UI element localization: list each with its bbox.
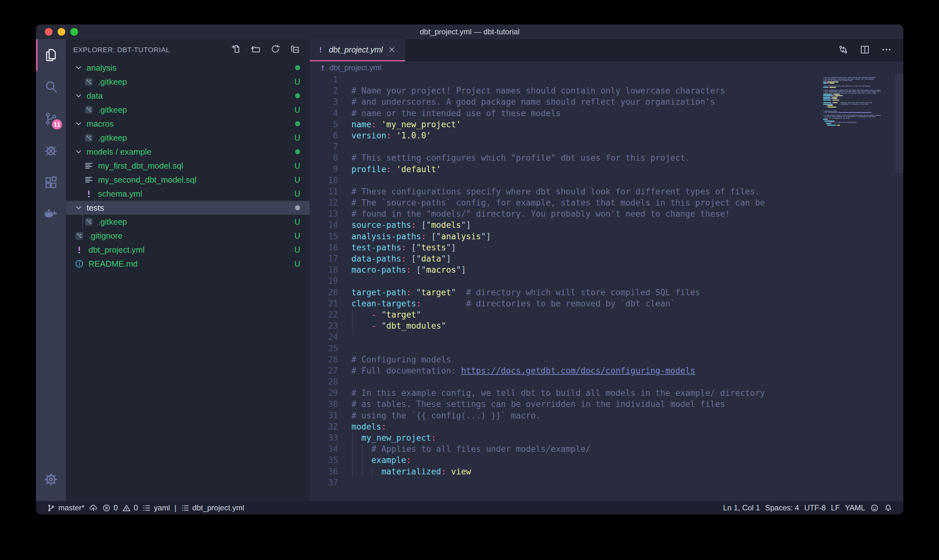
code-line: 28 bbox=[310, 376, 904, 388]
tree-folder-macros[interactable]: macros bbox=[66, 117, 310, 131]
open-changes-button[interactable] bbox=[838, 44, 848, 56]
window-title: dbt_project.yml — dbt-tutorial bbox=[420, 28, 519, 36]
code-editor[interactable]: 12# Name your project! Project names sho… bbox=[310, 74, 904, 501]
status-item-outline-file[interactable]: dbt_project.yml bbox=[181, 503, 244, 512]
close-window-button[interactable] bbox=[45, 28, 52, 35]
tree-item-label: schema.yml bbox=[98, 189, 142, 199]
status-item-feedback[interactable] bbox=[870, 504, 879, 512]
status-item-label: UTF-8 bbox=[804, 503, 826, 512]
tree-folder-tests[interactable]: tests bbox=[66, 201, 310, 215]
status-item-label: | bbox=[174, 503, 176, 512]
code-line: 23 - "dbt_modules" bbox=[310, 320, 904, 332]
minimap[interactable] bbox=[823, 76, 894, 127]
bell-icon bbox=[884, 504, 893, 512]
collapse-all-button[interactable] bbox=[290, 44, 300, 56]
tree-file-my-second-dbt-model-sql[interactable]: my_second_dbt_model.sqlU bbox=[66, 173, 310, 187]
tree-item-label: macros bbox=[86, 119, 114, 129]
new-file-button[interactable] bbox=[231, 44, 241, 56]
status-item-label: yaml bbox=[154, 503, 170, 512]
gear-icon bbox=[44, 472, 58, 487]
activity-item-source-control[interactable]: 11 bbox=[36, 103, 66, 135]
status-item-errors[interactable]: 0 bbox=[102, 503, 118, 512]
status-item-cursor-position[interactable]: Ln 1, Col 1 bbox=[723, 503, 760, 512]
tree-file-schema-yml[interactable]: schema.ymlU bbox=[66, 187, 310, 201]
code-line: 11# These configurations specify where d… bbox=[310, 186, 904, 197]
tree-file-readme-md[interactable]: README.mdU bbox=[66, 257, 310, 271]
tree-file--gitignore[interactable]: .gitignoreU bbox=[66, 229, 310, 243]
line-number: 27 bbox=[310, 365, 338, 376]
code-line: 37 bbox=[310, 477, 904, 488]
line-number: 10 bbox=[310, 175, 338, 186]
activity-item-explorer[interactable] bbox=[36, 39, 66, 71]
code-line: 21clean-targets: # directories to be rem… bbox=[310, 298, 904, 309]
explorer-actions bbox=[231, 44, 300, 56]
line-number: 25 bbox=[310, 343, 338, 354]
status-item-notifications[interactable] bbox=[884, 504, 893, 512]
new-folder-icon bbox=[251, 44, 261, 54]
folder-modified-dot bbox=[295, 93, 300, 98]
extensions-icon bbox=[44, 175, 58, 190]
breadcrumb[interactable]: dbt_project.yml bbox=[310, 62, 904, 74]
tree-file--gitkeep[interactable]: .gitkeepU bbox=[66, 75, 310, 89]
sql-file-icon bbox=[84, 161, 94, 171]
activity-item-docker[interactable] bbox=[36, 198, 66, 230]
indent-guide bbox=[352, 455, 353, 466]
editor-scrollbar[interactable] bbox=[895, 74, 904, 173]
status-item-label: dbt_project.yml bbox=[192, 503, 244, 512]
line-number: 29 bbox=[310, 388, 338, 399]
tree-item-label: data bbox=[86, 91, 103, 101]
tree-folder-models-example[interactable]: models / example bbox=[66, 145, 310, 159]
tree-file-dbt-project-yml[interactable]: dbt_project.ymlU bbox=[66, 243, 310, 257]
status-item-warnings[interactable]: 0 bbox=[122, 503, 138, 512]
zoom-window-button[interactable] bbox=[70, 28, 78, 35]
status-item-outline-yaml[interactable]: yaml bbox=[142, 503, 170, 512]
code-line: 32models: bbox=[310, 421, 904, 432]
activity-item-search[interactable] bbox=[36, 71, 66, 103]
status-item-label: YAML bbox=[845, 503, 865, 512]
line-number: 18 bbox=[310, 265, 338, 275]
code-line: 26# Configuring models bbox=[310, 354, 904, 365]
git-icon bbox=[84, 105, 94, 115]
code-line: 22 - "target" bbox=[310, 309, 904, 320]
refresh-button[interactable] bbox=[270, 44, 280, 56]
activity-item-debug[interactable] bbox=[36, 135, 66, 166]
new-folder-button[interactable] bbox=[251, 44, 261, 56]
tree-file-my-first-dbt-model-sql[interactable]: my_first_dbt_model.sqlU bbox=[66, 159, 310, 173]
code-line: 34 # Applies to all files under models/e… bbox=[310, 443, 904, 455]
git-untracked-badge: U bbox=[294, 259, 300, 269]
tree-folder-data[interactable]: data bbox=[66, 89, 310, 103]
tree-file--gitkeep[interactable]: .gitkeepU bbox=[66, 131, 310, 145]
tree-folder-analysis[interactable]: analysis bbox=[66, 61, 310, 75]
more-actions-button[interactable] bbox=[881, 44, 892, 56]
line-number: 13 bbox=[310, 208, 338, 220]
minimize-window-button[interactable] bbox=[58, 28, 65, 35]
status-item-language-mode[interactable]: YAML bbox=[845, 503, 865, 512]
activity-item-extensions[interactable] bbox=[36, 166, 66, 198]
activity-item-settings[interactable] bbox=[36, 464, 66, 495]
git-untracked-badge: U bbox=[294, 175, 300, 185]
code-line: 17data-paths: ["data"] bbox=[310, 253, 904, 265]
tab-label: dbt_project.yml bbox=[329, 45, 383, 54]
tree-file--gitkeep[interactable]: .gitkeepU bbox=[66, 215, 310, 229]
status-item-eol[interactable]: LF bbox=[831, 503, 840, 512]
status-item-sync[interactable] bbox=[89, 504, 98, 512]
code-line: 33 my_new_project: bbox=[310, 432, 904, 443]
vscode-window: dbt_project.yml — dbt-tutorial 11 EXPLOR… bbox=[36, 25, 904, 514]
close-icon[interactable] bbox=[387, 45, 396, 54]
tab-dbt-project-yml[interactable]: dbt_project.yml bbox=[310, 39, 405, 62]
code-line: 30# as tables. These settings can be ove… bbox=[310, 399, 904, 410]
activity-bar: 11 bbox=[36, 39, 66, 501]
status-item-encoding[interactable]: UTF-8 bbox=[804, 503, 826, 512]
status-item-git-branch[interactable]: master* bbox=[47, 503, 85, 512]
code-line: 9profile: 'default' bbox=[310, 164, 904, 175]
info-icon bbox=[74, 259, 84, 269]
line-number: 20 bbox=[310, 287, 338, 298]
split-editor-button[interactable] bbox=[859, 44, 870, 56]
line-number: 12 bbox=[310, 197, 338, 208]
status-item-label: master* bbox=[58, 503, 85, 512]
status-item-indentation[interactable]: Spaces: 4 bbox=[765, 503, 799, 512]
tree-file--gitkeep[interactable]: .gitkeepU bbox=[66, 103, 310, 117]
tree-item-label: tests bbox=[86, 203, 104, 213]
split-icon bbox=[859, 44, 870, 55]
code-line: 7 bbox=[310, 141, 904, 152]
